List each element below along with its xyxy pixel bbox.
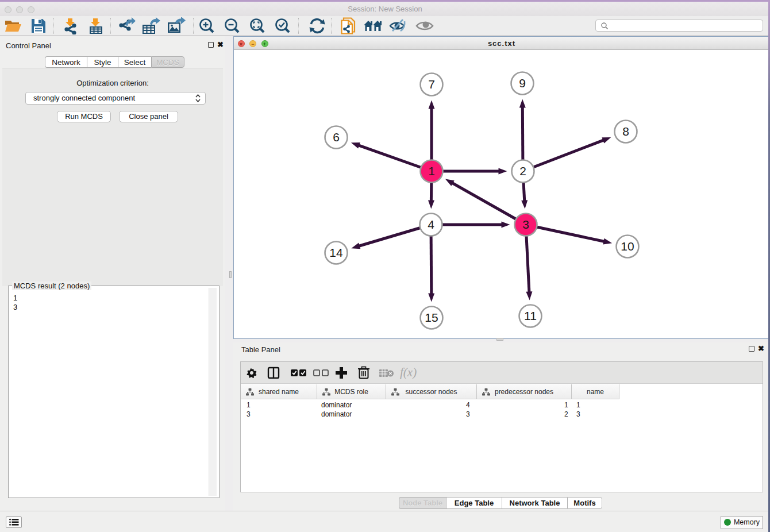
- svg-text:14: 14: [329, 246, 343, 259]
- svg-text:2: 2: [519, 164, 526, 178]
- svg-text:15: 15: [425, 311, 438, 324]
- svg-text:4: 4: [428, 218, 434, 231]
- svg-text:6: 6: [333, 130, 340, 144]
- svg-text:10: 10: [621, 240, 634, 253]
- svg-text:9: 9: [519, 76, 526, 90]
- svg-text:7: 7: [428, 78, 435, 91]
- svg-text:11: 11: [524, 309, 537, 322]
- svg-text:1: 1: [428, 164, 435, 178]
- svg-text:3: 3: [522, 218, 529, 231]
- svg-text:8: 8: [622, 125, 629, 138]
